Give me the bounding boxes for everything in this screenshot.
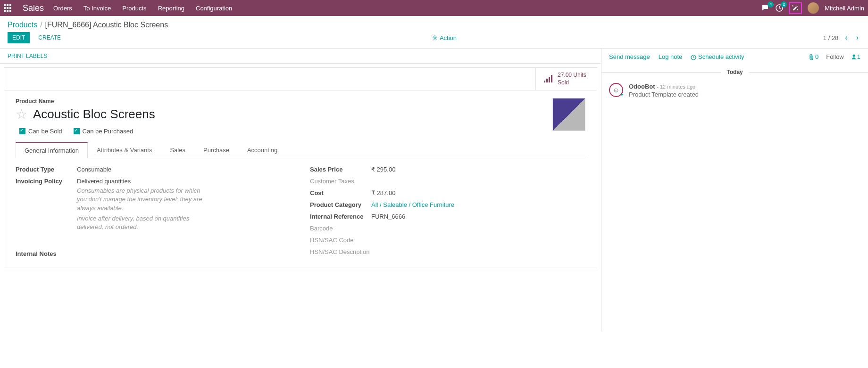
invoicing-policy-label: Invoicing Policy [16,178,77,185]
nav-to-invoice[interactable]: To Invoice [82,5,113,12]
product-title: Acoustic Bloc Screens [33,107,155,122]
chatter-message: ☺ ♥ OdooBot - 12 minutes ago Product Tem… [601,79,868,102]
pager-prev[interactable]: ‹ [843,33,849,42]
person-icon [851,54,856,60]
product-category-label: Product Category [310,201,371,208]
barcode-label: Barcode [310,225,371,232]
checkbox-icon [19,128,25,134]
apps-icon[interactable] [4,4,11,12]
breadcrumb-current: [FURN_6666] Acoustic Bloc Screens [45,21,168,29]
tabs: General Information Attributes & Variant… [16,142,585,158]
top-navbar: Sales Orders To Invoice Products Reporti… [0,0,868,16]
nav-configuration[interactable]: Configuration [194,5,234,12]
log-note-button[interactable]: Log note [659,53,683,60]
messages-icon[interactable]: 4 [761,4,770,12]
breadcrumb-separator: / [40,21,42,29]
tab-sales[interactable]: Sales [161,142,194,158]
message-time: - 12 minutes ago [657,84,695,90]
print-labels-button[interactable]: PRINT LABELS [8,53,47,59]
activities-badge: 2 [781,1,787,8]
action-dropdown[interactable]: Action [432,34,457,41]
breadcrumb-root[interactable]: Products [8,21,37,29]
svg-point-7 [852,54,855,57]
can-be-purchased-checkbox[interactable]: Can be Purchased [74,128,134,135]
product-image[interactable] [552,98,585,131]
brand-title[interactable]: Sales [23,3,44,13]
debug-icon[interactable] [789,2,802,14]
product-type-label: Product Type [16,166,77,173]
stat-units: 27.00 Units [558,72,586,79]
odoobot-avatar: ☺ ♥ [609,83,623,97]
activities-icon[interactable]: 2 [776,4,783,12]
schedule-activity-button[interactable]: Schedule activity [691,53,744,60]
breadcrumb: Products / [FURN_6666] Acoustic Bloc Scr… [0,16,868,32]
follow-button[interactable]: Follow [826,53,844,60]
gear-icon [432,35,438,41]
product-type-value: Consumable [77,166,111,173]
sales-price-value: ₹ 295.00 [371,166,395,173]
svg-rect-2 [544,81,545,82]
clock-icon [691,55,696,60]
follower-count[interactable]: 1 [851,53,860,60]
messages-badge: 4 [768,1,774,8]
sales-price-label: Sales Price [310,166,371,173]
create-button[interactable]: CREATE [33,32,66,43]
hsn-code-label: HSN/SAC Code [310,237,371,244]
help-consumables: Consumables are physical products for wh… [77,187,209,213]
can-be-sold-checkbox[interactable]: Can be Sold [19,128,62,135]
internal-notes-label: Internal Notes [16,250,291,257]
message-text: Product Template created [629,91,699,98]
internal-reference-value: FURN_6666 [371,213,405,220]
tab-attributes-variants[interactable]: Attributes & Variants [88,142,161,158]
tab-accounting[interactable]: Accounting [238,142,286,158]
product-category-link[interactable]: All / Saleable / Office Furniture [371,201,454,208]
favorite-star-icon[interactable]: ☆ [16,106,27,122]
hsn-desc-label: HSN/SAC Description [310,248,371,255]
tab-general-information[interactable]: General Information [16,142,88,158]
edit-button[interactable]: EDIT [8,32,30,43]
nav-products[interactable]: Products [120,5,148,12]
cost-label: Cost [310,189,371,196]
bar-chart-icon [543,75,553,83]
customer-taxes-label: Customer Taxes [310,178,371,185]
svg-rect-5 [551,75,552,82]
user-name[interactable]: Mitchell Admin [825,5,864,12]
stat-sold-label: Sold [558,79,586,87]
svg-point-1 [434,37,436,39]
control-panel: EDIT CREATE Action 1 / 28 ‹ › [0,32,868,48]
help-invoice: Invoice after delivery, based on quantit… [77,214,209,231]
user-avatar[interactable] [808,2,819,14]
internal-reference-label: Internal Reference [310,213,371,220]
nav-reporting[interactable]: Reporting [156,5,186,12]
svg-rect-4 [549,77,550,82]
stat-sold-button[interactable]: 27.00 Units Sold [535,68,597,90]
message-author: OdooBot [629,83,655,90]
nav-orders[interactable]: Orders [51,5,74,12]
cost-value: ₹ 287.00 [371,189,395,196]
attachments-count[interactable]: 0 [809,53,818,60]
invoicing-policy-value: Delivered quantities [77,178,131,185]
paperclip-icon [809,54,814,60]
chatter-today-divider: Today [721,69,748,75]
pager-text: 1 / 28 [823,34,839,41]
chatter-panel: Send message Log note Schedule activity … [601,49,868,331]
tab-purchase[interactable]: Purchase [194,142,238,158]
pager-next[interactable]: › [854,33,860,42]
svg-rect-3 [546,79,548,82]
checkbox-icon [74,128,80,134]
send-message-button[interactable]: Send message [609,53,650,60]
product-name-label: Product Name [16,98,585,105]
